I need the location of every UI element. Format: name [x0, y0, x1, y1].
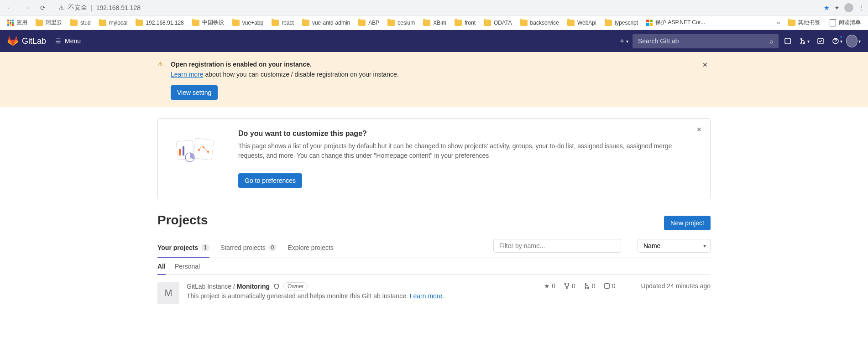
notification-dot — [840, 36, 842, 38]
tab-your-projects[interactable]: Your projects 1 — [157, 238, 209, 258]
subtab-all[interactable]: All — [157, 258, 166, 275]
search-input[interactable] — [638, 37, 769, 45]
bookmark-item[interactable]: front — [451, 17, 479, 29]
bookmark-item[interactable]: 阿里云 — [32, 17, 66, 29]
reload-button[interactable]: ⟳ — [37, 1, 49, 14]
view-setting-button[interactable]: View setting — [171, 85, 218, 100]
todos-shortcut[interactable] — [813, 34, 828, 48]
chevron-down-icon: ▾ — [626, 39, 628, 44]
folder-icon — [99, 20, 106, 26]
merge-icon — [799, 37, 806, 45]
issue-icon — [604, 283, 610, 289]
project-avatar: M — [157, 282, 179, 304]
folder-icon — [520, 20, 528, 26]
user-menu[interactable]: ▾ — [846, 34, 861, 48]
new-dropdown[interactable]: ＋ ▾ — [616, 34, 631, 48]
svg-rect-9 — [193, 138, 214, 160]
project-stats: ★0 0 0 0 — [544, 282, 615, 290]
folder-icon — [788, 20, 795, 26]
alert-close-button[interactable]: ✕ — [700, 59, 711, 70]
bookmarks-overflow[interactable]: » — [773, 17, 784, 29]
svg-point-14 — [565, 283, 566, 285]
sort-select[interactable]: Name — [638, 239, 711, 253]
other-bookmarks[interactable]: 其他书签 — [784, 17, 824, 29]
close-icon: ✕ — [702, 61, 708, 68]
stat-merge-requests[interactable]: 0 — [584, 282, 596, 290]
reading-list[interactable]: 阅读清单 — [826, 17, 864, 29]
hamburger-icon: ☰ — [55, 37, 61, 45]
chevron-down-icon: ▾ — [858, 39, 861, 44]
subtab-personal[interactable]: Personal — [175, 258, 200, 275]
project-row[interactable]: M GitLab Instance / Monitoring Owner Thi… — [157, 275, 711, 311]
svg-rect-0 — [785, 38, 790, 44]
page-title: Projects — [157, 213, 208, 228]
banner-illustration — [169, 130, 224, 171]
address-bar[interactable]: ⚠ 不安全 | 192.168.91.128 — [53, 1, 820, 14]
project-learn-more-link[interactable]: Learn more. — [410, 292, 444, 300]
bookmark-item[interactable]: vue-antd-admin — [298, 17, 354, 29]
bookmark-item[interactable]: WebApi — [564, 17, 600, 29]
stat-issues[interactable]: 0 — [604, 282, 616, 290]
merge-icon — [584, 283, 590, 289]
bookmark-item[interactable]: 192.168.91.128 — [132, 17, 187, 29]
bookmark-star-icon[interactable]: ★ — [824, 4, 830, 11]
bookmark-item[interactable]: typescript — [601, 17, 642, 29]
fork-icon — [564, 283, 570, 289]
bookmark-item[interactable]: vue+abp — [229, 17, 267, 29]
chevron-down-icon: ▾ — [807, 39, 810, 44]
banner-close-button[interactable]: ✕ — [694, 124, 705, 135]
gitlab-logo[interactable]: GitLab — [7, 36, 46, 47]
apps-shortcut[interactable]: 应用 — [4, 17, 31, 29]
go-to-preferences-button[interactable]: Go to preferences — [238, 173, 302, 188]
bookmark-item[interactable]: XBim — [419, 17, 450, 29]
tab-explore-projects[interactable]: Explore projects — [288, 238, 333, 258]
menu-button[interactable]: ☰ Menu — [52, 36, 84, 47]
bookmark-item-ms[interactable]: 保护 ASP.NET Cor... — [643, 17, 709, 29]
project-description: This project is automatically generated … — [187, 292, 410, 300]
warning-icon: ⚠ — [157, 60, 163, 100]
page-icon — [830, 19, 836, 26]
folder-icon — [36, 20, 43, 26]
close-icon: ✕ — [696, 126, 702, 133]
folder-icon — [455, 20, 462, 26]
gitlab-icon — [7, 36, 18, 47]
windows-icon — [646, 20, 653, 26]
project-subtabs: All Personal — [157, 258, 711, 275]
help-icon — [832, 37, 839, 45]
bookmark-item[interactable]: react — [268, 17, 298, 29]
folder-icon — [387, 20, 395, 26]
folder-icon — [484, 20, 491, 26]
alert-learn-more-link[interactable]: Learn more — [171, 71, 204, 78]
bookmark-item[interactable]: ABP — [355, 17, 383, 29]
plus-icon: ＋ — [619, 37, 625, 45]
bookmarks-bar: 应用 阿里云studmylocal192.168.91.128中国铁设vue+a… — [0, 16, 868, 30]
back-button[interactable]: ← — [4, 1, 16, 14]
issue-icon — [784, 37, 791, 45]
extensions-icon[interactable]: ✦ — [834, 4, 840, 11]
new-project-button[interactable]: New project — [664, 216, 711, 230]
bookmark-item[interactable]: stud — [67, 17, 94, 29]
search-box[interactable]: ⌕ — [633, 34, 779, 48]
profile-icon[interactable] — [844, 3, 853, 12]
bookmark-item[interactable]: 中国铁设 — [188, 17, 228, 29]
stat-forks[interactable]: 0 — [564, 282, 575, 290]
bookmark-item[interactable]: cesium — [384, 17, 418, 29]
bookmark-item[interactable]: ODATA — [480, 17, 516, 29]
tab-starred-projects[interactable]: Starred projects 0 — [220, 238, 277, 258]
chevron-down-icon: ▾ — [840, 39, 842, 44]
search-icon: ⌕ — [769, 37, 773, 45]
filter-input[interactable] — [493, 239, 621, 253]
apps-icon — [7, 20, 14, 26]
stat-stars[interactable]: ★0 — [544, 282, 555, 290]
insecure-icon: ⚠ — [58, 4, 64, 11]
svg-rect-20 — [604, 284, 609, 289]
bookmark-item[interactable]: mylocal — [95, 17, 131, 29]
help-dropdown[interactable]: ▾ — [830, 34, 844, 48]
starred-projects-count: 0 — [268, 244, 277, 251]
chrome-menu-icon[interactable]: ⋮ — [858, 4, 864, 11]
forward-button[interactable]: → — [20, 1, 33, 14]
bookmark-item[interactable]: backservice — [517, 17, 563, 29]
issues-shortcut[interactable] — [780, 34, 795, 48]
alert-title: Open registration is enabled on your ins… — [171, 61, 312, 68]
merge-requests-shortcut[interactable]: ▾ — [797, 34, 811, 48]
